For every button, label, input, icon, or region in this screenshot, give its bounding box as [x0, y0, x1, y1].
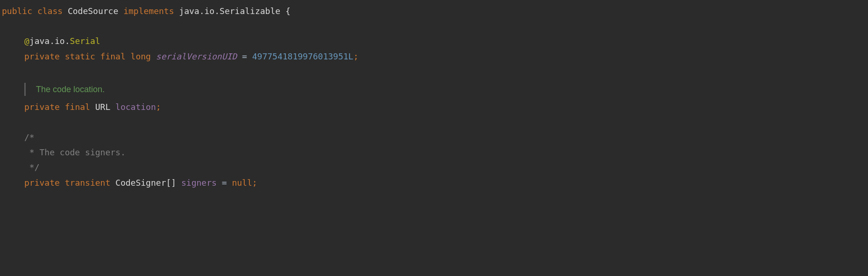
blank-line — [0, 115, 868, 130]
keyword-class: class — [37, 6, 63, 16]
code-line: private static final long serialVersionU… — [0, 49, 868, 64]
field-name: signers — [181, 178, 217, 188]
semicolon: ; — [156, 102, 161, 112]
keyword-final: final — [100, 51, 126, 61]
doc-text: The code location. — [36, 82, 105, 97]
doc-comment: The code location. — [24, 81, 868, 98]
code-line: public class CodeSource implements java.… — [0, 4, 868, 19]
operator: = — [237, 51, 252, 61]
comment-close: */ — [24, 162, 40, 172]
interface-name: java.io.Serializable — [179, 6, 280, 16]
doc-bar-icon — [24, 83, 26, 96]
keyword-private: private — [24, 178, 60, 188]
type-name: URL — [95, 102, 111, 112]
type-name: CodeSigner — [115, 178, 166, 188]
number-literal: 4977541819976013951L — [252, 51, 354, 61]
keyword-null: null — [232, 178, 252, 188]
blank-line — [0, 19, 868, 34]
class-name: CodeSource — [68, 6, 118, 16]
annotation-name: Serial — [70, 36, 100, 46]
operator: = — [217, 178, 232, 188]
code-editor[interactable]: public class CodeSource implements java.… — [0, 0, 868, 194]
array-brackets: [] — [166, 178, 176, 188]
code-line: private final URL location; — [0, 100, 868, 115]
semicolon: ; — [252, 178, 257, 188]
field-name: location — [115, 102, 156, 112]
code-line: private transient CodeSigner[] signers =… — [0, 175, 868, 190]
comment-body: * The code signers. — [24, 147, 126, 157]
code-line: /* — [0, 130, 868, 145]
open-brace: { — [285, 6, 291, 16]
keyword-private: private — [24, 51, 60, 61]
keyword-public: public — [2, 6, 32, 16]
code-line: */ — [0, 160, 868, 175]
keyword-final: final — [65, 102, 90, 112]
keyword-implements: implements — [123, 6, 174, 16]
field-name: serialVersionUID — [156, 51, 237, 61]
semicolon: ; — [353, 51, 358, 61]
annotation-at: @ — [24, 36, 29, 46]
annotation-pkg: java.io. — [29, 36, 70, 46]
code-line: @java.io.Serial — [0, 34, 868, 49]
keyword-static: static — [65, 51, 95, 61]
keyword-long: long — [131, 51, 151, 61]
code-line: * The code signers. — [0, 145, 868, 160]
keyword-private: private — [24, 102, 60, 112]
blank-line — [0, 64, 868, 79]
comment-open: /* — [24, 132, 35, 142]
keyword-transient: transient — [65, 178, 111, 188]
